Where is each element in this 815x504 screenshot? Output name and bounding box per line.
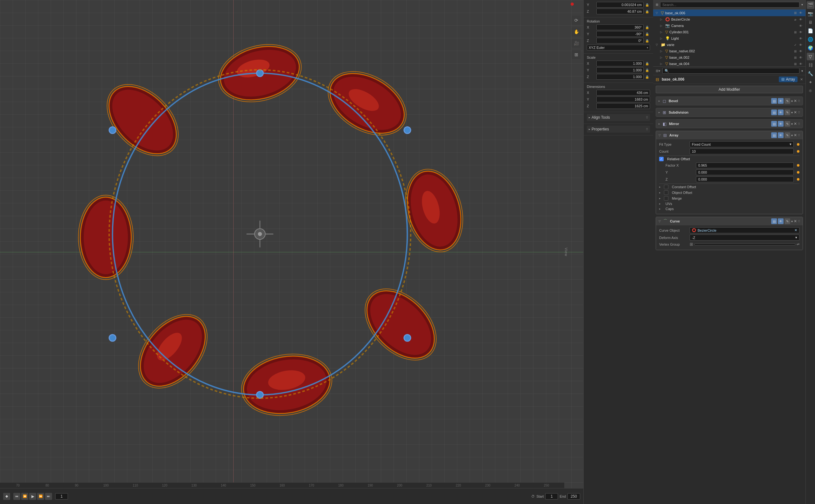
mirror-dropdown-arrow[interactable]: ▾ xyxy=(791,122,793,126)
light-eye[interactable]: 👁 xyxy=(798,37,803,40)
mod-close-icon[interactable]: ✕ xyxy=(800,77,803,82)
mod-search-input[interactable] xyxy=(662,68,799,74)
start-frame[interactable]: 1 xyxy=(545,493,558,500)
ortho-tool-btn[interactable]: ⊞ xyxy=(572,50,581,59)
bevel-viewport-btn[interactable]: 👁 xyxy=(778,98,784,104)
tab-particles[interactable]: ✦ xyxy=(807,78,814,86)
jump-fwd-btn[interactable]: ⏩ xyxy=(37,493,44,500)
filter-icon-0[interactable]: ⊞ xyxy=(793,11,798,15)
camera-eye[interactable]: 👁 xyxy=(798,24,803,28)
curve-edit-btn[interactable]: ✎ xyxy=(785,218,790,224)
tab-scene2[interactable]: 🌐 xyxy=(807,36,814,43)
bevel-header[interactable]: ▸ ◻ Bevel ▤ 👁 ✎ ▾ ✕ ⠿ xyxy=(656,97,803,105)
current-frame[interactable]: 1 xyxy=(55,493,68,500)
subdiv-viewport-btn[interactable]: 👁 xyxy=(778,109,784,115)
sz-value[interactable]: 1.000 xyxy=(596,74,644,80)
factor-x-value[interactable]: 0.965 xyxy=(696,162,794,168)
outliner-item-cylinder[interactable]: ▷ ▽ Cylinder.001 ⊞ 👁 xyxy=(658,29,805,35)
const-offset-arrow[interactable]: ▸ xyxy=(659,185,661,189)
skip-to-end-btn[interactable]: ⏭ xyxy=(45,493,52,500)
subdiv-render-btn[interactable]: ▤ xyxy=(771,109,777,115)
vertex-group-arrow-btn[interactable]: ⇌ xyxy=(797,242,799,246)
sx-value[interactable]: 1.000 xyxy=(596,61,644,66)
ok002-eye[interactable]: 👁 xyxy=(798,56,803,59)
outliner-search[interactable] xyxy=(660,2,799,8)
ry-lock-icon[interactable]: 🔒 xyxy=(644,31,650,37)
z-lock-icon[interactable]: 🔒 xyxy=(644,9,650,14)
mirror-render-btn[interactable]: ▤ xyxy=(771,121,777,127)
rz-value[interactable]: 0° xyxy=(596,38,644,43)
curve-dropdown-arrow[interactable]: ▾ xyxy=(791,220,793,223)
merge-checkbox[interactable] xyxy=(664,196,668,201)
modifier-tab-btn[interactable]: ⊟ Array xyxy=(779,76,798,82)
varie-eye[interactable]: 👁 xyxy=(798,43,803,47)
tab-constraint[interactable]: ⛓ xyxy=(807,61,814,69)
rx-value[interactable]: 360° xyxy=(596,24,644,30)
obj-offset-arrow[interactable]: ▸ xyxy=(659,191,661,194)
relative-offset-checkbox[interactable]: ✓ xyxy=(659,157,664,161)
outliner-item-base-ok-006[interactable]: ▽ ▽ base_ok.006 ⊞ 👁 xyxy=(653,10,805,16)
outliner-filter-icon[interactable]: ▾ xyxy=(801,3,803,6)
dx-value[interactable]: 436 cm xyxy=(596,90,650,96)
array-close-btn[interactable]: ✕ xyxy=(794,133,797,137)
bezier-eye[interactable]: 👁 xyxy=(798,18,803,21)
subdivision-header[interactable]: ▸ ⊞ Subdivision ▤ 👁 ✎ ▾ ✕ ⠿ xyxy=(656,108,803,116)
properties-header[interactable]: ▸ Properties ⠿ xyxy=(587,126,650,133)
fit-type-dropdown[interactable]: Fixed Count ▾ xyxy=(690,141,794,147)
array-edit-btn[interactable]: ✎ xyxy=(785,132,790,138)
y-value[interactable]: 0.001024 cm xyxy=(596,2,644,8)
bevel-edit-btn[interactable]: ✎ xyxy=(785,98,790,104)
constant-offset-checkbox[interactable] xyxy=(664,185,668,189)
sy-lock-icon[interactable]: 🔒 xyxy=(644,67,650,73)
pan-tool-btn[interactable]: ✋ xyxy=(572,27,581,36)
outliner-item-camera[interactable]: ▷ 📷 Camera 👁 xyxy=(658,23,805,29)
mirror-edit-btn[interactable]: ✎ xyxy=(785,121,790,127)
array-header[interactable]: ▽ ⊟ Array ▤ 👁 ✎ ▾ ✕ ⠿ xyxy=(656,131,803,139)
eye-icon-0[interactable]: 👁 xyxy=(798,11,803,15)
outliner-item-base-native[interactable]: ▷ ▽ base_native.002 ⊞ 👁 xyxy=(658,48,805,54)
bevel-render-btn[interactable]: ▤ xyxy=(771,98,777,104)
mirror-close-btn[interactable]: ✕ xyxy=(794,122,797,126)
curve-object-value[interactable]: ⭕ BezierCircle ✕ xyxy=(690,227,799,233)
rx-lock-icon[interactable]: 🔒 xyxy=(644,24,650,30)
add-modifier-btn[interactable]: Add Modifier xyxy=(656,86,803,93)
uvs-arrow[interactable]: ▸ xyxy=(659,202,661,205)
jump-back-btn[interactable]: ⏪ xyxy=(21,493,28,500)
rz-lock-icon[interactable]: 🔒 xyxy=(644,38,650,43)
key-button[interactable]: ◆ xyxy=(3,493,10,500)
tab-physics[interactable]: ⚛ xyxy=(807,87,814,95)
object-offset-checkbox[interactable] xyxy=(664,190,668,195)
curve-obj-clear-btn[interactable]: ✕ xyxy=(794,228,797,232)
caps-arrow[interactable]: ▸ xyxy=(659,207,661,210)
merge-arrow[interactable]: ▸ xyxy=(659,197,661,200)
camera-tool-btn[interactable]: 🎥 xyxy=(572,39,581,48)
orbit-tool-btn[interactable]: ⟳ xyxy=(572,16,581,25)
skip-to-start-btn[interactable]: ⏮ xyxy=(13,493,20,500)
tab-view-layer[interactable]: 📄 xyxy=(807,27,814,35)
tab-world[interactable]: 🌍 xyxy=(807,44,814,52)
outliner-item-base-ok-004[interactable]: ▷ ▽ base_ok.004 ⊞ 👁 xyxy=(658,61,805,66)
outliner-item-base-ok-002[interactable]: ▷ ▽ base_ok.002 ⊞ 👁 xyxy=(658,54,805,61)
tab-object[interactable]: ▽ xyxy=(807,53,814,60)
factor-y-value[interactable]: 0.000 xyxy=(696,169,794,175)
rotation-mode-dropdown[interactable]: XYZ Euler ▾ xyxy=(587,45,650,50)
viewport-3d[interactable]: ⟳ ✋ 🎥 ⊞ View 70 80 90 100 110 120 130 xyxy=(0,0,583,504)
outliner-item-bezier[interactable]: ▷ ⭕ BezierCircle ⌀ 👁 xyxy=(658,16,805,23)
native-eye[interactable]: 👁 xyxy=(798,50,803,53)
curve-render-btn[interactable]: ▤ xyxy=(771,218,777,224)
end-frame[interactable]: 250 xyxy=(567,493,580,500)
subdiv-close-btn[interactable]: ✕ xyxy=(794,110,797,115)
count-value[interactable]: 10 xyxy=(690,149,794,154)
outliner-item-varie[interactable]: ▽ 📁 varie ✓ 👁 xyxy=(653,42,805,48)
mirror-header[interactable]: ▸ ◧ Mirror ▤ 👁 ✎ ▾ ✕ ⠿ xyxy=(656,120,803,128)
factor-z-value[interactable]: 0.000 xyxy=(696,176,794,182)
vertex-group-input[interactable] xyxy=(694,243,795,245)
mod-view-icon[interactable]: ⊞▾ xyxy=(656,69,660,73)
cylinder-eye[interactable]: 👁 xyxy=(798,30,803,34)
curve-header[interactable]: ▽ ⌒ Curve ▤ 👁 ✎ ▾ ✕ ⠿ xyxy=(656,217,803,225)
tab-scene[interactable]: 🎬 xyxy=(807,1,814,9)
ok004-eye[interactable]: 👁 xyxy=(798,62,803,66)
bevel-dropdown-arrow[interactable]: ▾ xyxy=(791,99,793,103)
sz-lock-icon[interactable]: 🔒 xyxy=(644,74,650,80)
dy-value[interactable]: 1683 cm xyxy=(596,96,650,102)
